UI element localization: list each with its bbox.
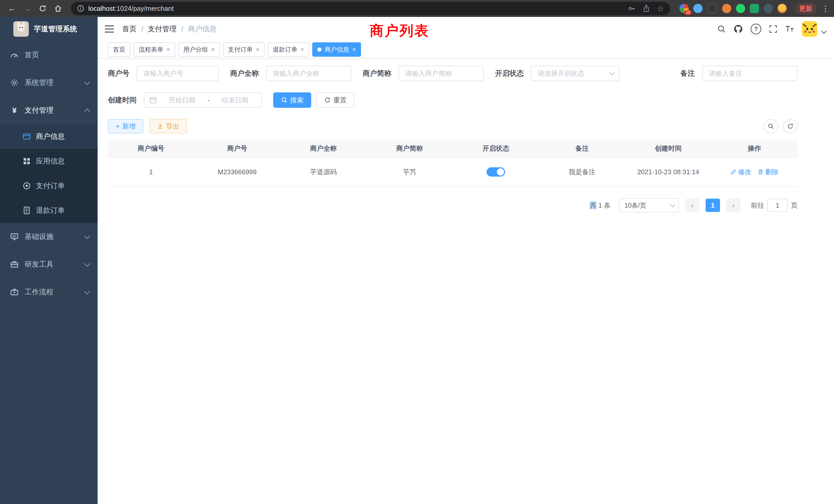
page-size-select[interactable]: 10条/页 <box>619 198 679 212</box>
sidebar-item-workflow[interactable]: 工作流程 <box>0 278 97 306</box>
app-logo[interactable]: 芋道管理系统 <box>0 17 97 41</box>
next-page-button[interactable]: › <box>726 199 741 212</box>
help-icon[interactable]: ? <box>750 24 761 35</box>
date-start-placeholder[interactable]: 开始日期 <box>161 96 203 105</box>
toolbox-icon <box>10 260 19 269</box>
remark-label: 备注 <box>680 69 695 78</box>
site-info-icon[interactable] <box>77 5 84 12</box>
status-select[interactable]: 请选择开启状态 <box>531 66 619 81</box>
extension-icon[interactable] <box>693 4 703 13</box>
col-header: 开启状态 <box>453 144 539 153</box>
add-button[interactable]: + 新增 <box>108 119 143 134</box>
extension-icon[interactable] <box>736 4 745 13</box>
toggle-search-button[interactable] <box>764 119 778 134</box>
col-header: 商户简称 <box>367 144 453 153</box>
bookmark-star-icon[interactable]: ☆ <box>657 4 664 13</box>
close-icon[interactable]: × <box>256 46 259 53</box>
red-annotation-label: 商户列表 <box>370 22 429 40</box>
github-icon[interactable] <box>733 24 743 33</box>
remark-input[interactable] <box>702 66 797 81</box>
sidebar-item-merchant-info[interactable]: 商户信息 <box>0 124 97 149</box>
total-highlighted-char: 共 <box>590 202 596 209</box>
sidebar-item-label: 支付管理 <box>25 106 79 115</box>
breadcrumb-home[interactable]: 首页 <box>122 24 137 34</box>
cell-status <box>453 167 539 177</box>
extension-icon[interactable] <box>764 4 773 13</box>
page-number-button[interactable]: 1 <box>706 199 720 212</box>
delete-link[interactable]: 删除 <box>758 167 778 177</box>
chevron-down-icon <box>84 233 90 239</box>
avatar-caret-icon[interactable] <box>821 28 827 33</box>
sidebar-item-system[interactable]: 系统管理 <box>0 69 97 96</box>
menu-fold-icon[interactable] <box>105 25 114 32</box>
home-icon[interactable] <box>51 2 65 15</box>
font-size-icon[interactable] <box>785 25 794 33</box>
sidebar-item-pay-order[interactable]: 支付订单 <box>0 174 97 198</box>
url-text[interactable]: localhost:1024/pay/merchant <box>88 5 621 13</box>
page-size-value: 10条/页 <box>624 201 671 210</box>
refresh-icon[interactable] <box>36 2 49 15</box>
create-time-range-picker[interactable]: 开始日期 - 结束日期 <box>144 92 262 108</box>
back-icon[interactable]: ← <box>5 2 19 15</box>
close-icon[interactable]: × <box>211 46 215 53</box>
close-icon[interactable]: × <box>352 46 356 53</box>
tab-home[interactable]: 首页 <box>108 42 130 57</box>
edit-link[interactable]: 修改 <box>730 167 751 177</box>
status-toggle[interactable] <box>487 167 505 177</box>
browser-menu-icon[interactable]: ⋮ <box>822 4 829 13</box>
extension-icon[interactable] <box>722 4 731 13</box>
sidebar-item-infra[interactable]: 基础设施 <box>0 223 97 250</box>
user-avatar[interactable] <box>802 21 817 37</box>
close-icon[interactable]: × <box>301 46 304 53</box>
breadcrumb-payment[interactable]: 支付管理 <box>148 24 177 34</box>
total-text: 共 1 条 <box>590 201 611 210</box>
full-name-input[interactable] <box>266 66 351 81</box>
col-header: 操作 <box>711 144 797 153</box>
col-header: 商户号 <box>194 144 280 153</box>
sidebar-item-refund-order[interactable]: 退款订单 <box>0 198 97 223</box>
export-button[interactable]: 导出 <box>150 119 187 134</box>
profile-avatar-icon[interactable] <box>777 4 787 13</box>
chevron-down-icon <box>609 70 614 75</box>
extension-icon[interactable] <box>750 4 759 13</box>
dashboard-icon <box>10 51 19 59</box>
prev-page-button[interactable]: ‹ <box>685 199 699 212</box>
reset-button[interactable]: 重置 <box>316 92 354 108</box>
sidebar-item-payment[interactable]: ¥ 支付管理 <box>0 96 97 124</box>
password-key-icon[interactable] <box>628 5 636 12</box>
app-title: 芋道管理系统 <box>34 24 77 34</box>
breadcrumb-current: 商户信息 <box>188 24 217 34</box>
date-end-placeholder[interactable]: 结束日期 <box>214 96 256 105</box>
close-icon[interactable]: × <box>167 46 170 53</box>
search-icon <box>281 97 288 104</box>
tab-merchant-info[interactable]: 商户信息× <box>312 42 361 57</box>
tab-process-form[interactable]: 流程表单× <box>133 42 175 57</box>
sidebar-item-devtools[interactable]: 研发工具 <box>0 250 97 278</box>
tab-user-group[interactable]: 用户分组× <box>178 42 220 57</box>
extension-icon[interactable]: 10 <box>679 4 689 13</box>
breadcrumb-separator: / <box>141 25 143 33</box>
fullscreen-icon[interactable] <box>769 25 777 33</box>
refresh-table-button[interactable] <box>783 119 797 134</box>
address-bar[interactable]: localhost:1024/pay/merchant ☆ <box>71 2 670 15</box>
share-icon[interactable] <box>643 5 650 12</box>
forward-icon[interactable]: → <box>21 2 34 15</box>
browser-update-button[interactable]: 更新 <box>795 3 816 15</box>
tab-refund-order[interactable]: 退款订单× <box>267 42 309 57</box>
goto-page-input[interactable] <box>767 199 788 212</box>
merchant-no-input[interactable] <box>137 66 219 81</box>
delete-link-label: 删除 <box>765 167 778 177</box>
chevron-down-icon <box>84 260 90 267</box>
short-name-input[interactable] <box>398 66 484 81</box>
url-host: localhost <box>88 5 115 12</box>
edit-pencil-icon <box>730 169 737 175</box>
search-icon[interactable] <box>717 25 726 33</box>
full-name-label: 商户全称 <box>230 69 259 78</box>
search-button[interactable]: 搜索 <box>273 92 311 108</box>
sidebar-item-label: 应用信息 <box>36 156 65 166</box>
tab-pay-order[interactable]: 支付订单× <box>223 42 264 57</box>
extension-icon[interactable] <box>707 3 718 14</box>
sidebar-item-home[interactable]: 首页 <box>0 41 97 69</box>
sidebar-item-app-info[interactable]: 应用信息 <box>0 149 97 174</box>
cell-actions: 修改 删除 <box>711 167 797 177</box>
